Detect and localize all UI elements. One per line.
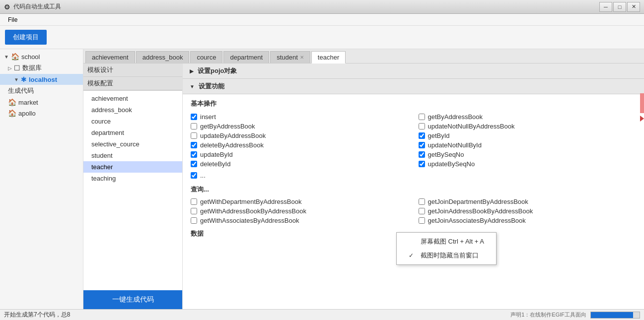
checkbox-updateNotNullByAddressBook: updateNotNullByAddressBook — [419, 122, 637, 131]
pojo-section-header[interactable]: ▶ 设置pojo对象 — [183, 64, 644, 79]
checkbox-deleteByAddressBook-input[interactable] — [191, 132, 197, 139]
checkbox-getById-input[interactable] — [419, 132, 425, 139]
app-title: 代码自动生成工具 — [13, 2, 599, 11]
checkbox-getByAddressBook-input[interactable] — [419, 114, 425, 120]
checkbox-updateNotNullById-input[interactable] — [419, 142, 425, 148]
checkbox-getWithAssoc: getWithAssociatesByAddressBook — [191, 216, 409, 225]
checkbox-updateBySeqNo: deleteById — [191, 159, 409, 169]
checkbox-getBySeqNo-input[interactable] — [419, 151, 425, 158]
checkbox-getBySeqNo: getBySeqNo — [419, 150, 637, 159]
tab-achievement[interactable]: achievement — [85, 51, 135, 63]
checkbox-getById: getById — [419, 131, 637, 140]
db-arrow: ▷ — [8, 65, 12, 71]
checkbox-updateNotNullByAddressBook-label[interactable]: updateNotNullByAddressBook — [428, 123, 515, 130]
checkbox-deleteByAddressBook-label[interactable]: updateByAddressBook — [200, 132, 266, 139]
db-icon: ☐ — [14, 64, 20, 72]
title-bar: ⚙ 代码自动生成工具 ─ □ ✕ — [0, 0, 644, 14]
status-bar: 开始生成第7个代码，总8 声明1：在线制作EGIF工具面向 — [0, 309, 644, 320]
checkbox-getByAddressBook: getByAddressBook — [419, 112, 637, 122]
checkbox-getBySeqNo-label[interactable]: getBySeqNo — [428, 151, 464, 158]
market-icon: 🏠 — [8, 98, 16, 106]
localhost-arrow: ▼ — [14, 77, 19, 82]
checkbox-getJoinAddrBook-input[interactable] — [419, 208, 425, 214]
sidebar-item-localhost[interactable]: ▼ ✱ localhost — [0, 74, 83, 85]
minimize-button[interactable]: ─ — [599, 2, 612, 12]
pojo-label: 设置pojo对象 — [198, 66, 237, 75]
checkbox-extra1: ... — [191, 171, 409, 180]
checkbox-updateByAddressBook-label[interactable]: getByAddressBook — [200, 123, 255, 130]
checkbox-getWithAssoc-input[interactable] — [191, 217, 197, 224]
close-button[interactable]: ✕ — [627, 2, 640, 12]
checkbox-updateByAddressBook-input[interactable] — [191, 123, 197, 129]
checkbox-getJoinDept: getJoinDepartmentByAddressBook — [419, 197, 637, 206]
checkbox-updateNotNullById-label[interactable]: updateNotNullById — [428, 141, 482, 149]
checkbox-updateById-input[interactable] — [191, 142, 197, 148]
list-item-teaching[interactable]: teaching — [83, 173, 182, 184]
context-menu: 屏幕截图 Ctrl + Alt + A ✓ 截图时隐藏当前窗口 — [396, 232, 497, 265]
checkbox-getJoinAddrBook: getJoinAddressBookByAddressBook — [419, 206, 637, 216]
menu-file[interactable]: File — [4, 15, 21, 24]
tab-student[interactable]: student ✕ — [270, 51, 310, 63]
checkbox-insert-label[interactable]: insert — [200, 113, 216, 121]
student-tab-close[interactable]: ✕ — [300, 55, 304, 60]
checkbox-getByAddressBook-label[interactable]: getByAddressBook — [428, 113, 483, 121]
checkbox-getJoinDept-label: getJoinDepartmentByAddressBook — [428, 198, 528, 205]
list-item-achievement[interactable]: achievement — [83, 93, 182, 104]
sidebar-item-market[interactable]: 🏠 market — [0, 97, 83, 108]
list-item-teacher[interactable]: teacher — [83, 161, 182, 173]
generate-label: 生成代码 — [8, 86, 34, 95]
checkbox-updateNotNullByAddressBook-input[interactable] — [419, 123, 425, 129]
tab-cource[interactable]: cource — [190, 51, 222, 63]
tab-department[interactable]: department — [223, 51, 269, 63]
checkbox-extra1-input[interactable] — [191, 172, 197, 179]
db-label: 数据库 — [22, 64, 42, 72]
context-menu-hide-on-capture[interactable]: ✓ 截图时隐藏当前窗口 — [397, 249, 496, 262]
checkbox-getJoinAssoc-input[interactable] — [419, 217, 425, 224]
sidebar-item-database[interactable]: ▷ ☐ 数据库 — [0, 62, 83, 74]
template-config-header[interactable]: 模板配置 — [83, 77, 182, 90]
checkbox-updateById: deleteByAddressBook — [191, 140, 409, 150]
checkbox-getWithDept-input[interactable] — [191, 198, 197, 205]
tab-teacher[interactable]: teacher — [311, 51, 346, 64]
list-item-address-book[interactable]: address_book — [83, 104, 182, 116]
function-section-content: 基本操作 insert getByAddressBook — [183, 94, 644, 243]
list-item-department[interactable]: department — [83, 127, 182, 138]
status-text: 开始生成第7个代码，总8 — [4, 311, 70, 319]
checkbox-getJoinAddrBook-label: getJoinAddressBookByAddressBook — [428, 207, 533, 215]
tab-address-book[interactable]: address_book — [136, 51, 190, 63]
list-item-student[interactable]: student — [83, 150, 182, 161]
template-design-header[interactable]: 模板设计 — [83, 64, 182, 77]
sidebar-item-generate[interactable]: 生成代码 — [0, 85, 83, 97]
checkbox-deleteById-input[interactable] — [191, 151, 197, 158]
checkbox-grid-query: getWithDepartmentByAddressBook getWithAd… — [191, 197, 636, 225]
list-item-cource[interactable]: cource — [83, 116, 182, 127]
sidebar-item-school[interactable]: ▼ 🏠 school — [0, 51, 83, 62]
checkbox-deleteById-label[interactable]: updateById — [200, 151, 233, 158]
create-project-button[interactable]: 创建项目 — [5, 30, 47, 45]
left-list-panel: 模板设计 模板配置 achievement address_book — [83, 64, 183, 309]
checkbox-getJoinDept-input[interactable] — [419, 198, 425, 205]
checkbox-insert: insert — [191, 112, 409, 122]
checkbox-updateById-label[interactable]: deleteByAddressBook — [200, 141, 264, 149]
list-item-selective-cource[interactable]: selective_cource — [83, 138, 182, 150]
maximize-button[interactable]: □ — [613, 2, 626, 12]
left-list-header: 模板设计 模板配置 — [83, 64, 182, 91]
checkbox-getWithAddrBook-input[interactable] — [191, 208, 197, 214]
checkbox-insert-input[interactable] — [191, 114, 197, 120]
function-section-header[interactable]: ▼ 设置功能 — [183, 79, 644, 94]
side-indicator-red — [640, 93, 644, 113]
checkbox-updateBySeqNo-label[interactable]: deleteById — [200, 160, 230, 168]
sidebar-item-apollo[interactable]: 🏠 apollo — [0, 108, 83, 119]
checkbox-updateNotNullBySeqNo: updateBySeqNo — [419, 159, 637, 169]
checkbox-updateNotNullBySeqNo-input[interactable] — [419, 161, 425, 167]
market-label: market — [18, 99, 38, 106]
checkbox-extra1-label: ... — [200, 172, 206, 179]
checkbox-updateBySeqNo-input[interactable] — [191, 161, 197, 167]
generate-code-button[interactable]: 一键生成代码 — [83, 290, 182, 309]
checkbox-getById-label[interactable]: getById — [428, 132, 450, 139]
side-arrow — [640, 116, 644, 122]
checkbox-updateNotNullBySeqNo-label[interactable]: updateBySeqNo — [428, 160, 475, 168]
checkbox-getWithDept: getWithDepartmentByAddressBook — [191, 197, 409, 206]
context-menu-screenshot[interactable]: 屏幕截图 Ctrl + Alt + A — [397, 235, 496, 249]
sidebar: ▼ 🏠 school ▷ ☐ 数据库 ▼ ✱ localhost 生成代码 🏠 … — [0, 49, 83, 309]
